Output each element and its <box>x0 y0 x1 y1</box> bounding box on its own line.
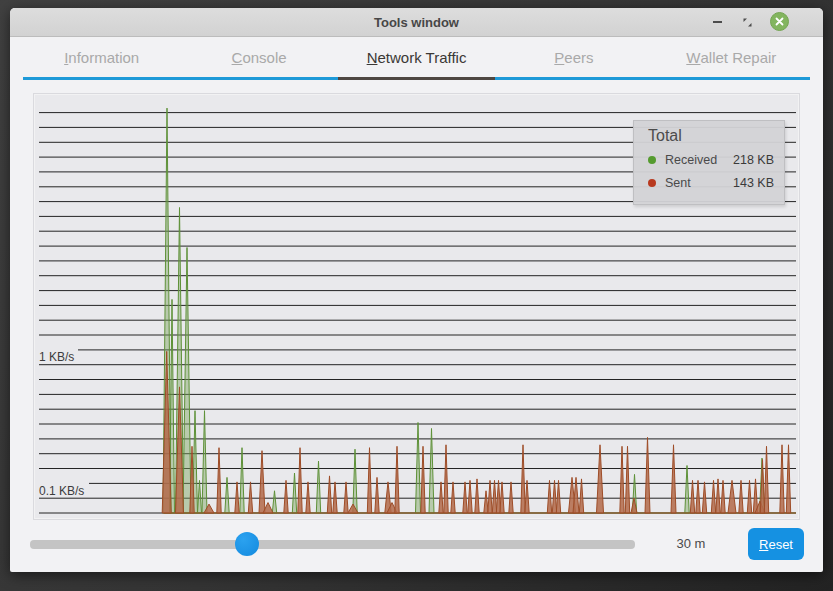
slider-duration-label: 30 m <box>658 536 724 551</box>
time-slider[interactable] <box>30 527 635 561</box>
tab-peers[interactable]: Peers <box>495 37 652 80</box>
tab-console[interactable]: Console <box>180 37 337 80</box>
received-dot-icon <box>648 156 656 164</box>
legend-row-received: Received 218 KB <box>648 153 774 167</box>
reset-button[interactable]: Reset <box>748 528 804 560</box>
tab-bar: InformationConsoleNetwork TrafficPeersWa… <box>23 37 810 80</box>
y-axis-label-01kbs: 0.1 KB/s <box>39 484 84 498</box>
y-axis-label-1kbs: 1 KB/s <box>39 350 74 364</box>
sent-dot-icon <box>648 179 656 187</box>
legend-received-label: Received <box>665 153 717 167</box>
network-traffic-chart: 1 KB/s 0.1 KB/s Total Received 218 KB Se… <box>33 93 800 520</box>
restore-button[interactable] <box>737 12 757 32</box>
close-button[interactable] <box>770 12 789 31</box>
tab-information[interactable]: Information <box>23 37 180 80</box>
tools-window: Tools window InformationConsoleNetwork T… <box>10 8 823 572</box>
tab-wallet-repair[interactable]: Wallet Repair <box>653 37 810 80</box>
restore-icon <box>742 17 753 28</box>
close-icon <box>775 17 784 26</box>
tab-network-traffic[interactable]: Network Traffic <box>338 37 495 80</box>
legend-received-value: 218 KB <box>733 153 774 167</box>
legend-sent-label: Sent <box>665 176 691 190</box>
window-titlebar[interactable]: Tools window <box>10 8 823 37</box>
legend-row-sent: Sent 143 KB <box>648 176 774 190</box>
traffic-legend: Total Received 218 KB Sent 143 KB <box>633 120 785 205</box>
minimize-button[interactable] <box>707 12 727 32</box>
legend-title: Total <box>648 127 774 145</box>
minimize-icon <box>713 21 722 23</box>
legend-sent-value: 143 KB <box>733 176 774 190</box>
window-title: Tools window <box>10 15 823 30</box>
slider-thumb[interactable] <box>235 532 259 556</box>
footer-bar: 30 m Reset <box>10 527 823 561</box>
slider-track[interactable] <box>30 540 635 549</box>
